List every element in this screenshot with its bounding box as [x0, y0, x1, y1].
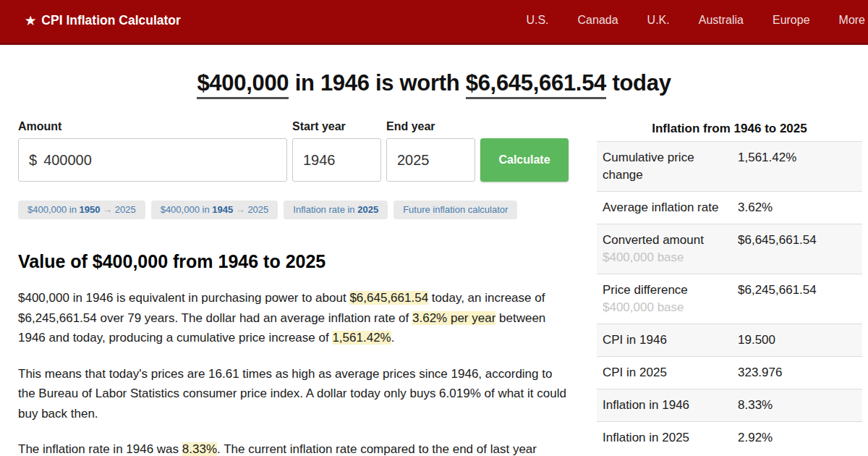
row-value: 1,561.42%	[738, 149, 796, 184]
headline-to-amount: $6,645,661.54	[466, 70, 606, 99]
row-label-text: Converted amount	[603, 232, 726, 249]
chip-future-inflation-link[interactable]: Future inflation calculator	[393, 200, 517, 219]
text-run: $400,000 in 1946 is equivalent in purcha…	[18, 291, 349, 305]
nav-link-canada[interactable]: Canada	[578, 14, 618, 27]
paragraph-inflation-rate: The inflation rate in 1946 was 8.33%. Th…	[18, 439, 569, 456]
row-label-text: Price difference	[603, 282, 726, 299]
row-value: $6,645,661.54	[738, 232, 817, 266]
amount-input[interactable]	[43, 152, 276, 169]
row-label: Price difference $400,000 base	[603, 282, 726, 316]
brand-home-link[interactable]: ★ CPI Inflation Calculator	[25, 13, 181, 28]
arrow-icon: →	[101, 204, 115, 215]
arrow-icon: →	[233, 204, 247, 215]
table-row: CPI in 2025 323.976	[597, 356, 862, 389]
headline-suffix-text: today	[606, 70, 671, 96]
nav-links: U.S. Canada U.K. Australia Europe More	[526, 14, 867, 27]
start-year-input[interactable]	[303, 152, 370, 169]
row-value: 3.62%	[738, 199, 773, 216]
chip-text: 2025	[115, 204, 136, 215]
chip-text: Future inflation calculator	[403, 204, 508, 215]
table-row: CPI in 1946 19.500	[597, 324, 862, 356]
chip-text: 2025	[247, 204, 268, 215]
row-value: 19.500	[738, 332, 775, 349]
highlighted-value: 3.62% per year	[412, 311, 495, 325]
inflation-summary-panel: Inflation from 1946 to 2025 Cumulative p…	[597, 120, 862, 456]
nav-link-us[interactable]: U.S.	[526, 14, 548, 27]
nav-link-australia[interactable]: Australia	[699, 14, 744, 27]
row-label: CPI in 1946	[603, 332, 726, 349]
chip-year: 1950	[80, 204, 101, 215]
row-label: Converted amount $400,000 base	[603, 232, 726, 266]
row-label: CPI in 2025	[603, 364, 726, 381]
table-row: Converted amount $400,000 base $6,645,66…	[597, 224, 862, 274]
row-value: 8.33%	[738, 397, 773, 414]
start-year-field-group: Start year	[292, 120, 381, 182]
start-year-input-box	[292, 138, 381, 182]
page-title: $400,000 in 1946 is worth $6,645,661.54 …	[0, 70, 868, 96]
section-heading: Value of $400,000 from 1946 to 2025	[18, 251, 569, 272]
nav-link-uk[interactable]: U.K.	[647, 14, 670, 27]
chip-text: $400,000 in	[27, 204, 80, 215]
summary-table-title: Inflation from 1946 to 2025	[597, 122, 862, 136]
row-value: 2.92%	[738, 429, 773, 447]
highlighted-value: $6,645,661.54	[349, 291, 428, 305]
dollar-prefix: $	[29, 152, 37, 169]
chip-1950-link[interactable]: $400,000 in 1950 → 2025	[18, 200, 145, 219]
chip-text: Inflation rate in	[293, 204, 357, 215]
calculator-form: Amount $ Start year End year Calculate	[18, 120, 569, 182]
highlighted-value: 8.33%	[182, 442, 217, 456]
nav-link-europe[interactable]: Europe	[773, 14, 810, 27]
calculator-column: Amount $ Start year End year Calculate	[18, 120, 569, 456]
amount-field-group: Amount $	[18, 120, 287, 182]
end-year-input-box	[386, 138, 475, 182]
quick-links: $400,000 in 1950 → 2025 $400,000 in 1945…	[18, 200, 569, 219]
end-year-field-group: End year	[386, 120, 475, 182]
table-row: Price difference $400,000 base $6,245,66…	[597, 274, 862, 324]
headline-middle-text: in 1946 is worth	[289, 70, 465, 96]
row-value: 323.976	[738, 364, 782, 381]
navbar: ★ CPI Inflation Calculator U.S. Canada U…	[0, 0, 868, 45]
highlighted-value: 1,561.42%	[332, 331, 391, 345]
table-row: Cumulative price change 1,561.42%	[597, 141, 862, 191]
row-label: Cumulative price change	[603, 149, 726, 184]
paragraph-summary: $400,000 in 1946 is equivalent in purcha…	[18, 288, 569, 348]
end-year-label: End year	[386, 120, 475, 133]
text-run: The inflation rate in 1946 was	[18, 442, 182, 456]
end-year-input[interactable]	[397, 152, 464, 169]
row-sublabel: $400,000 base	[603, 299, 726, 316]
chip-inflation-rate-link[interactable]: Inflation rate in 2025	[284, 200, 388, 219]
headline-from-amount: $400,000	[197, 70, 289, 99]
amount-input-box: $	[18, 138, 287, 182]
text-run: This means that today's prices are 16.61…	[18, 367, 566, 421]
row-value: $6,245,661.54	[738, 282, 817, 316]
chip-year: 2025	[357, 204, 378, 215]
text-run: .	[391, 331, 395, 345]
main-layout: Amount $ Start year End year Calculate	[0, 120, 868, 456]
table-row: Inflation in 2025 2.92%	[597, 421, 862, 454]
table-row: Inflation in 1946 8.33%	[597, 389, 862, 421]
star-icon: ★	[25, 14, 35, 28]
row-sublabel: $400,000 base	[603, 249, 726, 266]
row-label: Average inflation rate	[603, 199, 726, 216]
brand-title: CPI Inflation Calculator	[41, 13, 181, 28]
chip-1945-link[interactable]: $400,000 in 1945 → 2025	[151, 200, 278, 219]
calculate-button[interactable]: Calculate	[480, 138, 569, 182]
table-row: Average inflation rate 3.62%	[597, 191, 862, 224]
paragraph-buying-power: This means that today's prices are 16.61…	[18, 364, 569, 424]
amount-label: Amount	[18, 120, 287, 133]
row-label: Inflation in 1946	[603, 397, 726, 414]
chip-year: 1945	[212, 204, 233, 215]
nav-link-more[interactable]: More	[839, 14, 865, 27]
row-label: Inflation in 2025	[603, 429, 726, 447]
start-year-label: Start year	[292, 120, 381, 133]
text-run: . The current inflation rate compared to…	[217, 442, 537, 456]
chip-text: $400,000 in	[161, 204, 213, 215]
